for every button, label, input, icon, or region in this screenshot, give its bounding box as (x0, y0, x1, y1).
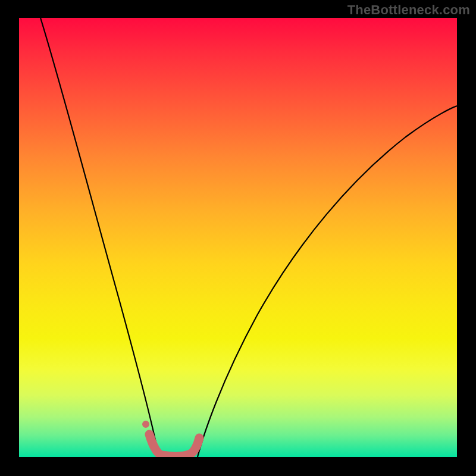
curves-layer (19, 18, 457, 457)
chart-frame: TheBottleneck.com (0, 0, 476, 476)
left-arm-curve (40, 18, 159, 457)
highlight-dot (142, 421, 149, 428)
plot-area (19, 18, 457, 457)
valley-highlight (149, 434, 199, 456)
watermark-text: TheBottleneck.com (347, 2, 470, 18)
right-arm-curve (198, 106, 457, 457)
